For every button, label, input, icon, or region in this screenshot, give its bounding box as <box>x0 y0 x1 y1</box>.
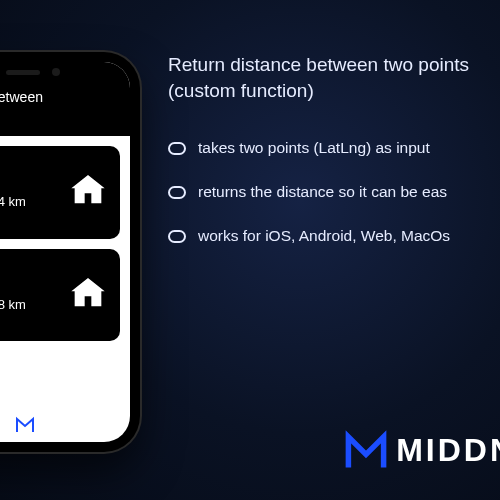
phone-mock: distance between points Home Plaza 43 ac… <box>0 52 140 452</box>
feature-heading: Return distance between two points (cust… <box>168 52 500 103</box>
bullet-item: works for iOS, Android, Web, MacOs <box>168 227 500 245</box>
phone-screen: distance between points Home Plaza 43 ac… <box>0 62 130 442</box>
bullet-ring-icon <box>168 186 186 199</box>
place-card-text: s House street 7 ace is 32.8 km away <box>0 259 58 331</box>
place-card[interactable]: Home Plaza 43 ace is 20.4 km away <box>0 146 120 238</box>
feature-copy: Return distance between two points (cust… <box>168 52 500 271</box>
brand-m-icon <box>344 428 388 472</box>
bullet-ring-icon <box>168 230 186 243</box>
app-footer-logo <box>0 414 130 434</box>
place-address: street 7 <box>0 276 58 294</box>
home-icon <box>68 273 108 317</box>
phone-notch <box>0 62 80 84</box>
bullet-item: returns the distance so it can be eas <box>168 183 500 201</box>
bullet-text: returns the distance so it can be eas <box>198 183 447 201</box>
feature-bullets: takes two points (LatLng) as input retur… <box>168 139 500 245</box>
place-card[interactable]: s House street 7 ace is 32.8 km away <box>0 249 120 341</box>
app-bar-title: distance between points <box>0 89 43 123</box>
place-list: Home Plaza 43 ace is 20.4 km away s Hous… <box>0 136 130 350</box>
bullet-text: takes two points (LatLng) as input <box>198 139 430 157</box>
bullet-text: works for iOS, Android, Web, MacOs <box>198 227 450 245</box>
bullet-ring-icon <box>168 142 186 155</box>
place-card-text: Home Plaza 43 ace is 20.4 km away <box>0 156 58 228</box>
place-name: s House <box>0 259 58 277</box>
brand-name: MIDDN <box>396 432 500 469</box>
place-distance: ace is 20.4 km away <box>0 193 58 228</box>
place-address: Plaza 43 <box>0 174 58 192</box>
home-icon <box>68 170 108 214</box>
brand-logo: MIDDN <box>344 428 500 472</box>
place-name: Home <box>0 156 58 174</box>
place-distance: ace is 32.8 km away <box>0 296 58 331</box>
brand-m-icon <box>15 414 35 434</box>
bullet-item: takes two points (LatLng) as input <box>168 139 500 157</box>
